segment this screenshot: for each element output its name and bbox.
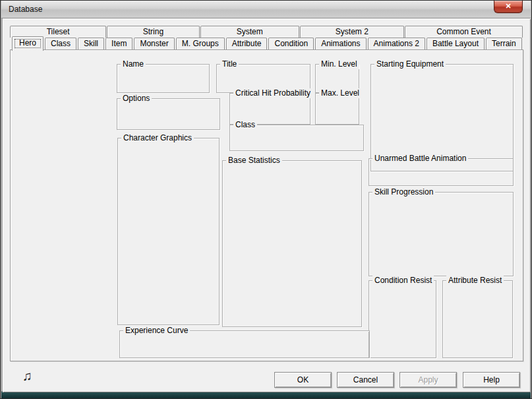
skill-progression-label: Skill Progression bbox=[372, 187, 435, 197]
tab-common-event[interactable]: Common Event bbox=[405, 26, 523, 38]
character-graphics-label: Character Graphics bbox=[121, 133, 194, 143]
window-title: Database bbox=[9, 5, 42, 14]
unarmed-animation-label: Unarmed Battle Animation bbox=[372, 154, 468, 164]
base-statistics-group: Base Statistics bbox=[222, 160, 362, 327]
unarmed-animation-group: Unarmed Battle Animation bbox=[369, 158, 514, 186]
tab-animations-2[interactable]: Animations 2 bbox=[368, 38, 425, 49]
tab-focus-outline bbox=[15, 39, 41, 48]
name-group: Name bbox=[117, 64, 210, 93]
tab-system[interactable]: System bbox=[200, 26, 299, 38]
tab-attribute[interactable]: Attribute bbox=[226, 38, 268, 49]
starting-equipment-label: Starting Equipment bbox=[374, 59, 446, 69]
options-group-label: Options bbox=[121, 94, 152, 104]
tab-string[interactable]: String bbox=[107, 26, 199, 38]
critical-group-label: Critical Hit Probability bbox=[233, 88, 312, 98]
tab-condition[interactable]: Condition bbox=[268, 38, 314, 49]
tab-row-categories: Tileset String System System 2 Common Ev… bbox=[10, 26, 523, 38]
attribute-resist-label: Attribute Resist bbox=[446, 276, 504, 286]
apply-button[interactable]: Apply bbox=[399, 372, 457, 388]
name-group-label: Name bbox=[121, 59, 146, 69]
tab-item[interactable]: Item bbox=[105, 38, 133, 49]
options-group: Options bbox=[117, 98, 220, 130]
condition-resist-group: Condition Resist bbox=[369, 280, 436, 358]
help-button[interactable]: Help bbox=[463, 372, 520, 388]
max-level-label: Max. Level bbox=[319, 88, 361, 98]
tab-terrain[interactable]: Terrain bbox=[486, 38, 522, 49]
tab-battle-layout[interactable]: Battle Layout bbox=[427, 38, 485, 49]
tab-m-groups[interactable]: M. Groups bbox=[176, 38, 225, 49]
tab-hero[interactable]: Hero bbox=[12, 36, 44, 51]
close-button[interactable]: ✕ bbox=[494, 1, 523, 13]
ok-button[interactable]: OK bbox=[274, 372, 332, 388]
class-group-label: Class bbox=[233, 120, 257, 130]
database-window: Database ✕ Tileset String System System … bbox=[0, 0, 532, 399]
min-level-label: Min. Level bbox=[319, 59, 359, 69]
tab-monster[interactable]: Monster bbox=[134, 38, 174, 49]
tab-skill[interactable]: Skill bbox=[78, 38, 104, 49]
database-dialog: Tileset String System System 2 Common Ev… bbox=[3, 18, 531, 392]
skill-progression-group: Skill Progression bbox=[369, 192, 514, 276]
base-statistics-label: Base Statistics bbox=[226, 156, 282, 166]
condition-resist-label: Condition Resist bbox=[372, 276, 434, 286]
tab-system-2[interactable]: System 2 bbox=[300, 26, 404, 38]
experience-curve-label: Experience Curve bbox=[123, 326, 190, 336]
tab-row-sections: Hero Class Skill Item Monster M. Groups … bbox=[12, 38, 523, 51]
title-group-label: Title bbox=[220, 59, 239, 69]
class-group: Class bbox=[229, 125, 364, 151]
experience-curve-group: Experience Curve bbox=[119, 330, 370, 358]
cancel-button[interactable]: Cancel bbox=[337, 372, 394, 388]
close-icon: ✕ bbox=[505, 2, 511, 10]
title-bar[interactable]: Database ✕ bbox=[1, 1, 531, 18]
tab-class[interactable]: Class bbox=[45, 38, 76, 49]
max-level-group: Max. Level bbox=[315, 93, 359, 125]
tab-animations[interactable]: Animations bbox=[315, 38, 366, 49]
character-graphics-group: Character Graphics bbox=[117, 138, 220, 325]
music-note-icon: ♫ bbox=[22, 369, 32, 384]
attribute-resist-group: Attribute Resist bbox=[442, 280, 513, 358]
